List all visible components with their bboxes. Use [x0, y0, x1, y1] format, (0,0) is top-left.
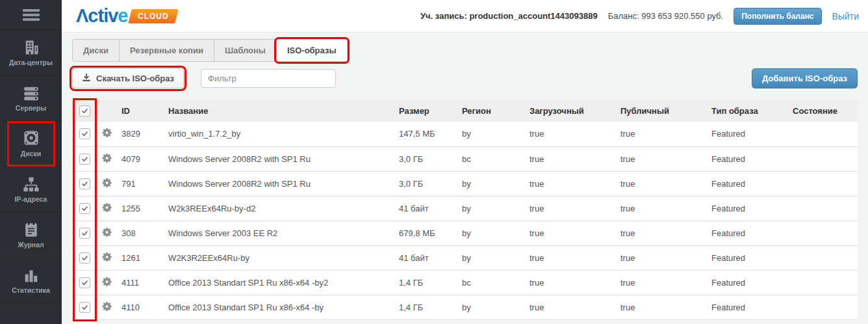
cell-image-type: Featured — [706, 196, 787, 221]
cell-state — [787, 196, 858, 221]
row-checkbox[interactable] — [79, 128, 90, 139]
cell-public: true — [615, 122, 706, 146]
add-iso-button[interactable]: Добавить ISO-образ — [752, 68, 858, 88]
row-checkbox[interactable] — [79, 302, 90, 313]
hamburger-icon — [23, 9, 40, 21]
sidebar-item-disks[interactable]: Диски — [0, 121, 62, 167]
cell-region: bc — [457, 270, 524, 295]
balance-text: Баланс: 993 653 920.550 руб. — [608, 11, 724, 21]
tab-bar: ДискиРезервные копииШаблоныISO-образы — [72, 39, 348, 62]
cell-public: true — [615, 270, 706, 295]
account-name: Уч. запись: production_account1443093889 — [420, 11, 598, 21]
row-checkbox[interactable] — [79, 252, 90, 263]
column-header-публичный[interactable]: Публичный — [615, 100, 706, 122]
cell-state — [787, 270, 858, 295]
sidebar-item-label: Серверы — [16, 104, 46, 112]
gear-icon[interactable] — [102, 252, 112, 262]
gear-icon[interactable] — [102, 153, 112, 163]
cell-state — [787, 221, 858, 245]
cell-size: 1,4 ГБ — [394, 295, 457, 319]
column-header-состояние[interactable]: Состояние — [787, 100, 858, 122]
disk-icon — [23, 129, 40, 146]
select-all-cell — [72, 100, 97, 122]
tab-backups[interactable]: Резервные копии — [120, 40, 214, 61]
menu-toggle-button[interactable] — [0, 0, 62, 30]
row-checkbox[interactable] — [79, 203, 90, 214]
table-header-row: IDНазваниеРазмерРегионЗагрузочныйПубличн… — [72, 100, 858, 122]
cell-size: 1,4 ГБ — [394, 270, 457, 295]
column-header-размер[interactable]: Размер — [394, 100, 457, 122]
row-checkbox[interactable] — [79, 154, 90, 165]
sidebar-item-label: Статистика — [12, 286, 50, 294]
gear-icon[interactable] — [102, 301, 112, 312]
gear-icon[interactable] — [102, 178, 112, 188]
table-row: 4111 Office 2013 Standart SP1 Ru x86-x64… — [72, 270, 858, 295]
cell-image-type: Featured — [706, 245, 787, 270]
select-all-checkbox[interactable] — [79, 105, 90, 116]
main-area: Λctive CLOUD Уч. запись: production_acco… — [62, 0, 868, 324]
cell-name: W2k3REEx64Ru-by-d2 — [163, 196, 394, 221]
tab-disks[interactable]: Диски — [73, 40, 120, 61]
cell-name: Windows Server 2003 EE R2 — [163, 221, 394, 245]
gear-icon[interactable] — [102, 202, 112, 213]
row-checkbox[interactable] — [79, 277, 90, 288]
tab-iso-images[interactable]: ISO-образы — [277, 40, 347, 61]
top-header: Λctive CLOUD Уч. запись: production_acco… — [62, 0, 868, 33]
cell-image-type: Featured — [706, 146, 787, 171]
gear-icon[interactable] — [102, 277, 112, 287]
cell-public: true — [615, 196, 706, 221]
servers-icon — [23, 84, 40, 101]
cell-size: 41 байт — [394, 196, 457, 221]
actions-column-header — [97, 100, 116, 122]
row-checkbox[interactable] — [79, 178, 90, 189]
column-header-id[interactable]: ID — [116, 100, 163, 122]
sidebar-item-datacenters[interactable]: Дата-центры — [0, 30, 62, 75]
row-select-cell — [72, 171, 97, 196]
cell-region: by — [457, 245, 524, 270]
sidebar-item-journal[interactable]: Журнал — [0, 212, 62, 258]
cell-id: 791 — [116, 171, 163, 196]
table-row: 1261 W2K3R2EEx64Ru-by 41 байт by true tr… — [72, 245, 858, 270]
sidebar-item-ip-addresses[interactable]: IP-адреса — [0, 167, 62, 212]
row-select-cell — [72, 270, 97, 295]
sidebar-nav: Дата-центры Серверы Диски IP-адреса Журн… — [0, 30, 62, 303]
column-header-название[interactable]: Название — [163, 100, 394, 122]
row-actions-cell — [97, 221, 116, 245]
row-actions-cell — [97, 122, 116, 146]
column-header-тип-образа[interactable]: Тип образа — [706, 100, 787, 122]
column-header-загрузочный[interactable]: Загрузочный — [524, 100, 615, 122]
tab-templates[interactable]: Шаблоны — [214, 40, 277, 61]
gear-icon[interactable] — [102, 227, 112, 237]
column-header-регион[interactable]: Регион — [457, 100, 524, 122]
cell-name: virtio_win_1.7.2_by — [163, 122, 394, 146]
download-iso-button[interactable]: Скачать ISO-образ — [72, 68, 184, 88]
cell-public: true — [615, 171, 706, 196]
journal-icon — [23, 221, 39, 237]
row-checkbox[interactable] — [79, 228, 90, 239]
filter-input[interactable] — [201, 69, 336, 88]
cell-size: 679,8 МБ — [394, 221, 457, 245]
cell-id: 1261 — [116, 245, 163, 270]
cell-region: by — [457, 196, 524, 221]
row-actions-cell — [97, 270, 116, 295]
table-row: 1255 W2k3REEx64Ru-by-d2 41 байт by true … — [72, 196, 858, 221]
sidebar-item-statistics[interactable]: Статистика — [0, 258, 62, 303]
row-actions-cell — [97, 146, 116, 171]
logout-link[interactable]: Выйти — [832, 11, 859, 21]
cell-image-type: Featured — [706, 295, 787, 319]
cell-image-type: Featured — [706, 122, 787, 146]
cell-id: 308 — [116, 221, 163, 245]
cell-image-type: Featured — [706, 270, 787, 295]
cell-bootable: true — [524, 245, 615, 270]
sidebar-item-servers[interactable]: Серверы — [0, 75, 62, 121]
row-select-cell — [72, 245, 97, 270]
topup-balance-button[interactable]: Пополнить баланс — [734, 8, 821, 25]
download-icon — [82, 73, 91, 84]
sidebar: Дата-центры Серверы Диски IP-адреса Журн… — [0, 0, 62, 324]
row-actions-cell — [97, 295, 116, 319]
cell-bootable: true — [524, 221, 615, 245]
gear-icon[interactable] — [102, 128, 112, 138]
logo-text: Λctive — [76, 5, 127, 27]
datacenter-icon — [23, 38, 39, 55]
cell-id: 1255 — [116, 196, 163, 221]
